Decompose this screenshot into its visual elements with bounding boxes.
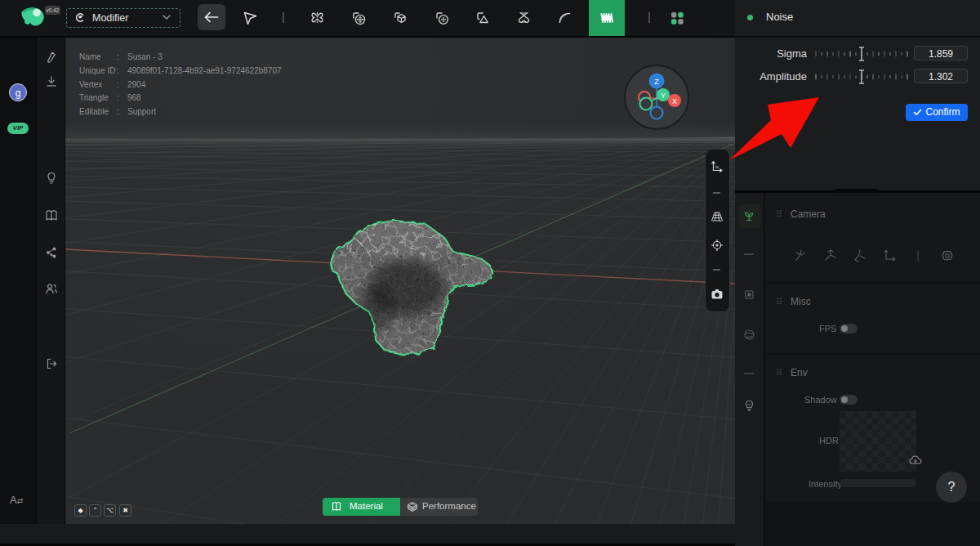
svg-text:Z: Z (654, 78, 659, 86)
svg-text:Y: Y (661, 92, 666, 100)
svg-text:X: X (672, 97, 677, 105)
